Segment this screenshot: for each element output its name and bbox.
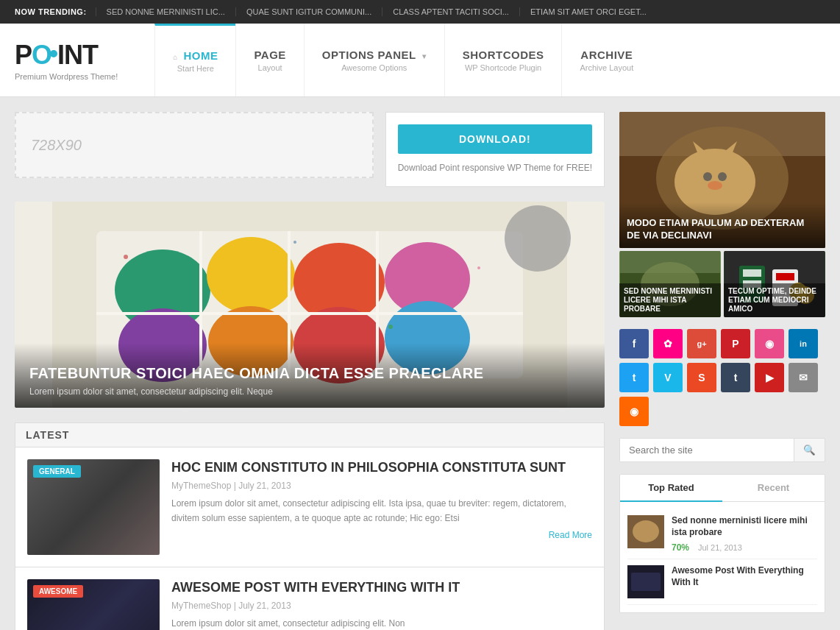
tab-top-rated[interactable]: Top Rated [620,475,722,502]
svg-point-15 [293,241,296,244]
tab-post-img-2[interactable] [627,565,664,598]
read-more-1[interactable]: Read More [171,530,592,540]
social-facebook[interactable]: f [619,329,649,358]
svg-point-27 [703,172,712,181]
sidebar-main-caption: MODO ETIAM PAULUM AD DEXTERAM DE VIA DEC… [619,202,825,248]
post-author-1[interactable]: MyThemeShop [171,481,231,491]
download-text: Download Point responsive WP Theme for F… [398,161,592,174]
nav-shortcodes[interactable]: SHORTCODES WP Shortcode Plugin [444,24,562,96]
tab-post-img-1[interactable] [627,515,664,548]
featured-main-image[interactable]: FATEBUNTUR STOICI HAEC OMNIA DICTA ESSE … [15,202,605,408]
ad-text: 728X90 [31,137,82,154]
nav-shortcodes-sub: WP Shortcode Plugin [465,63,541,72]
social-tumblr[interactable]: t [721,363,750,392]
social-vimeo[interactable]: V [653,363,683,392]
post-thumb-1[interactable]: GENERAL [27,459,160,555]
social-rss[interactable]: ◉ [619,397,649,426]
tab-post-info-2: Awesome Post With Everything With It [672,565,817,591]
social-flickr[interactable]: ✿ [653,329,683,358]
latest-header: LATEST [15,422,605,447]
content-area: 728X90 DOWNLOAD! Download Point responsi… [15,112,605,630]
tab-post-thumb-svg-2 [627,565,664,598]
top-row: 728X90 DOWNLOAD! Download Point responsi… [15,112,605,187]
sidebar-sub-imgs: SED NONNE MERNINISTI LICERE MIHI ISTA PR… [619,251,825,317]
tab-post-title-1[interactable]: Sed nonne merninisti licere mihi ista pr… [672,515,817,538]
nav-options[interactable]: OPTIONS PANEL ▾ Awesome Options [304,24,444,96]
svg-point-3 [207,237,295,314]
trending-item-1[interactable]: SED NONNE MERNINISTI LIC... [96,7,235,16]
post-item-2: AWESOME AWESOME POST WITH EVERYTHING WIT… [15,567,605,630]
social-twitter[interactable]: t [619,363,649,392]
logo[interactable]: POINT Premium Wordpress Theme! [15,40,118,81]
tab-post-info-1: Sed nonne merninisti licere mihi ista pr… [672,515,817,553]
ad-banner: 728X90 [15,112,374,178]
tab-post-rating-1: 70% [672,542,689,553]
tab-recent[interactable]: Recent [722,475,825,502]
social-dribbble[interactable]: ◉ [755,329,784,358]
nav-options-sub: Awesome Options [341,63,407,72]
sidebar-sub-caption-2: TECUM OPTIME, DEINDE ETIAM CUM MEDIOCRI … [724,283,825,317]
download-widget: DOWNLOAD! Download Point responsive WP T… [385,112,605,187]
tabs-header: Top Rated Recent [620,475,825,502]
svg-rect-13 [96,312,523,315]
post-thumb-2[interactable]: AWESOME [27,579,160,630]
nav-home-sub: Start Here [177,64,214,73]
post-title-1[interactable]: HOC ENIM CONSTITUTO IN PHILOSOPHIA CONST… [171,459,592,476]
svg-rect-35 [743,269,761,277]
social-linkedin[interactable]: in [789,329,818,358]
sidebar-featured: MODO ETIAM PAULUM AD DEXTERAM DE VIA DEC… [619,112,825,317]
social-youtube[interactable]: ▶ [755,363,784,392]
svg-rect-44 [631,573,661,591]
main-wrapper: 728X90 DOWNLOAD! Download Point responsi… [0,97,840,630]
sidebar-sub-img-1[interactable]: SED NONNE MERNINISTI LICERE MIHI ISTA PR… [619,251,721,317]
download-button[interactable]: DOWNLOAD! [398,124,592,154]
sidebar-main-title: MODO ETIAM PAULUM AD DEXTERAM DE VIA DEC… [627,217,818,242]
home-icon: ⌂ [173,53,178,61]
nav-options-label: OPTIONS PANEL ▾ [322,49,427,61]
post-author-2[interactable]: MyThemeShop [171,601,231,611]
featured-desc: Lorem ipsum dolor sit amet, consectetur … [29,386,590,397]
trending-item-4[interactable]: ETIAM SIT AMET ORCI EGET... [519,7,657,16]
logo-tagline: Premium Wordpress Theme! [15,72,118,81]
trending-item-2[interactable]: QUAE SUNT IGITUR COMMUNI... [235,7,382,16]
tab-post-2: Awesome Post With Everything With It [627,559,817,605]
tab-post-1: Sed nonne merninisti licere mihi ista pr… [627,509,817,559]
svg-point-18 [505,205,571,272]
tab-post-thumb-svg-1 [627,515,664,548]
sidebar-main-img[interactable]: MODO ETIAM PAULUM AD DEXTERAM DE VIA DEC… [619,112,825,248]
search-icon: 🔍 [803,445,816,456]
social-email[interactable]: ✉ [789,363,818,392]
tab-post-meta-1: 70% Jul 21, 2013 [672,541,817,553]
svg-point-42 [633,520,659,542]
trending-item-3[interactable]: CLASS APTENT TACITI SOCI... [382,7,519,16]
search-button[interactable]: 🔍 [794,439,825,461]
post-meta-2: MyThemeShop | July 21, 2013 [171,601,592,611]
social-icons-grid: f ✿ g+ P ◉ in t V S t ▶ ✉ ◉ [619,329,825,426]
latest-section: LATEST GENERAL HOC ENIM CONSTITUTO IN PH… [15,422,605,630]
post-excerpt-2: Lorem ipsum dolor sit amet, consectetur … [171,617,592,630]
search-box: 🔍 [619,438,825,462]
featured-caption: FATEBUNTUR STOICI HAEC OMNIA DICTA ESSE … [15,343,605,408]
sidebar-sub-img-2[interactable]: TECUM OPTIME, DEINDE ETIAM CUM MEDIOCRI … [724,251,825,317]
tab-post-title-2[interactable]: Awesome Post With Everything With It [672,565,817,588]
nav-home[interactable]: ⌂ HOME Start Here [154,24,235,96]
trending-bar: NOW TRENDING: SED NONNE MERNINISTI LIC..… [0,0,840,24]
nav-page[interactable]: PAGE Layout [235,24,303,96]
featured-section: FATEBUNTUR STOICI HAEC OMNIA DICTA ESSE … [15,202,605,408]
social-stumbleupon[interactable]: S [687,363,716,392]
post-date-1: July 21, 2013 [238,481,291,491]
social-pinterest[interactable]: P [721,329,750,358]
post-excerpt-1: Lorem ipsum dolor sit amet, consectetur … [171,497,592,525]
tab-post-date-1: Jul 21, 2013 [698,543,742,552]
svg-point-16 [388,325,393,329]
logo-o: O [32,40,51,70]
search-input[interactable] [620,439,794,461]
post-badge-1[interactable]: GENERAL [33,465,81,478]
nav-archive[interactable]: ARCHIVE Archive Layout [561,24,651,96]
tab-content: Sed nonne merninisti licere mihi ista pr… [620,502,825,612]
logo-text: POINT [15,40,118,71]
post-badge-2[interactable]: AWESOME [33,585,83,598]
post-title-2[interactable]: AWESOME POST WITH EVERYTHING WITH IT [171,579,592,596]
social-googleplus[interactable]: g+ [687,329,716,358]
nav-page-label: PAGE [254,49,285,61]
